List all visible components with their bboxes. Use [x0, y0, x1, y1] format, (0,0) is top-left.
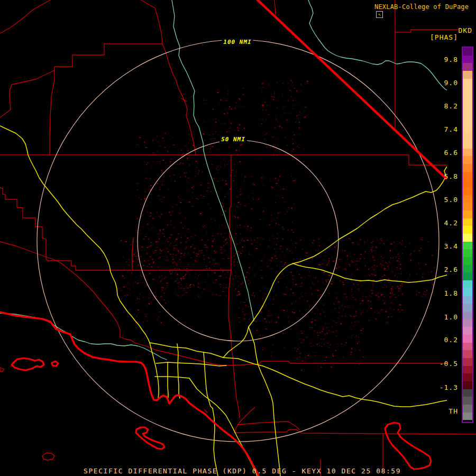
radar-speckle — [401, 283, 403, 285]
radar-speckle — [149, 304, 150, 305]
radar-speckle — [262, 349, 263, 350]
radar-speckle — [373, 280, 374, 281]
radar-speckle — [336, 260, 336, 260]
radar-speckle — [253, 184, 255, 185]
radar-speckle — [308, 275, 310, 276]
radar-speckle — [134, 254, 135, 255]
radar-speckle — [301, 296, 303, 297]
radar-speckle — [196, 253, 197, 254]
radar-speckle — [173, 253, 173, 254]
radar-speckle — [384, 268, 385, 269]
radar-speckle — [416, 291, 417, 292]
radar-speckle — [262, 279, 263, 279]
radar-speckle — [391, 292, 392, 294]
radar-speckle — [298, 361, 299, 361]
radar-speckle — [150, 257, 151, 258]
radar-speckle — [199, 251, 200, 251]
radar-speckle — [367, 310, 368, 312]
radar-speckle — [345, 243, 346, 243]
radar-speckle — [264, 288, 266, 288]
radar-speckle — [262, 185, 263, 186]
radar-speckle — [358, 321, 359, 322]
radar-speckle — [350, 266, 350, 267]
radar-speckle — [127, 288, 128, 289]
radar-speckle — [160, 249, 161, 250]
radar-speckle — [299, 148, 300, 149]
radar-speckle — [165, 260, 166, 261]
radar-speckle — [424, 296, 426, 297]
radar-speckle — [255, 274, 255, 276]
radar-speckle — [305, 316, 307, 317]
radar-speckle — [162, 138, 164, 139]
radar-speckle — [201, 250, 203, 251]
radar-speckle — [264, 255, 264, 256]
radar-speckle — [295, 122, 296, 123]
radar-speckle — [205, 140, 205, 141]
radar-speckle — [150, 245, 152, 245]
radar-speckle — [290, 96, 292, 97]
radar-speckle — [159, 257, 160, 258]
radar-speckle — [184, 275, 186, 276]
radar-speckle — [198, 296, 199, 297]
radar-speckle — [223, 271, 224, 271]
radar-speckle — [242, 267, 243, 268]
radar-speckle — [275, 144, 276, 145]
radar-speckle — [191, 269, 192, 270]
radar-speckle — [318, 281, 318, 282]
radar-speckle — [418, 263, 419, 264]
radar-speckle — [145, 261, 146, 262]
radar-speckle — [326, 264, 327, 266]
radar-speckle — [198, 252, 199, 253]
radar-speckle — [180, 288, 182, 288]
radar-speckle — [123, 257, 124, 258]
radar-speckle — [292, 312, 294, 313]
radar-speckle — [300, 91, 301, 91]
radar-speckle — [273, 97, 274, 97]
radar-speckle — [305, 357, 305, 358]
radar-speckle — [299, 115, 299, 116]
radar-speckle — [399, 256, 400, 257]
radar-speckle — [374, 272, 376, 272]
radar-speckle — [242, 239, 243, 240]
radar-speckle — [268, 85, 269, 85]
radar-speckle — [257, 237, 259, 238]
radar-speckle — [212, 130, 213, 130]
radar-speckle — [197, 173, 199, 174]
radar-speckle — [228, 161, 229, 161]
radar-speckle — [368, 300, 369, 301]
radar-speckle — [333, 340, 334, 341]
radar-speckle — [326, 251, 326, 252]
radar-speckle — [178, 286, 179, 287]
radar-speckle — [378, 292, 378, 292]
radar-speckle — [378, 262, 379, 262]
radar-speckle — [376, 247, 377, 248]
radar-speckle — [342, 269, 343, 270]
radar-speckle — [432, 284, 434, 285]
radar-speckle — [215, 273, 216, 273]
radar-speckle — [175, 181, 176, 182]
county-line — [395, 30, 458, 32]
radar-speckle — [206, 233, 207, 233]
radar-speckle — [163, 160, 164, 161]
radar-speckle — [158, 141, 159, 142]
radar-speckle — [120, 288, 120, 289]
radar-speckle — [123, 287, 125, 288]
radar-speckle — [355, 313, 356, 314]
radar-speckle — [153, 152, 154, 153]
radar-speckle — [167, 259, 167, 260]
radar-speckle — [291, 282, 291, 282]
radar-speckle — [159, 239, 160, 240]
radar-speckle — [338, 267, 340, 268]
radar-speckle — [167, 260, 169, 261]
radar-speckle — [152, 218, 154, 219]
radar-speckle — [317, 296, 319, 296]
radar-speckle — [227, 272, 229, 272]
radar-speckle — [195, 184, 196, 184]
radar-speckle — [167, 248, 168, 249]
radar-speckle — [198, 276, 199, 277]
radar-speckle — [295, 353, 296, 353]
radar-speckle — [215, 138, 216, 139]
radar-speckle — [387, 322, 387, 323]
radar-speckle — [338, 317, 339, 318]
radar-speckle — [240, 225, 241, 225]
